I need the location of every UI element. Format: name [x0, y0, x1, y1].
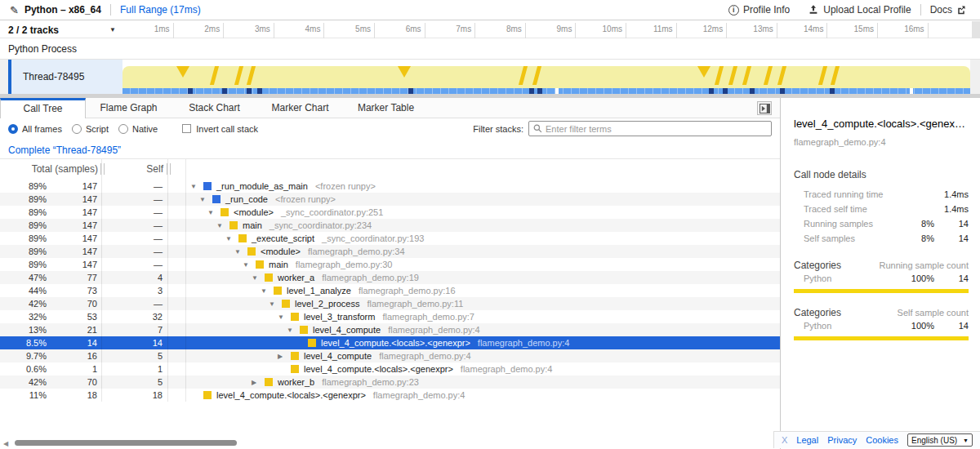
call-tree-row[interactable]: 89%147—▼<module>_sync_coordinator.py:251 — [0, 206, 780, 219]
cell-total-percent: 44% — [0, 284, 47, 297]
twisty-closed-icon[interactable]: ▶ — [278, 353, 291, 360]
scrollbar-thumb[interactable] — [15, 440, 237, 446]
twisty-open-icon[interactable]: ▼ — [225, 235, 238, 242]
tab-marker-chart[interactable]: Marker Chart — [257, 98, 343, 118]
function-location: flamegraph_demo.py:4 — [388, 325, 480, 335]
call-tree-row[interactable]: 9.7%165▶level_4_computeflamegraph_demo.p… — [0, 349, 780, 362]
column-resize-handle[interactable] — [104, 163, 105, 175]
sidebar-category-block: CategoriesRunning sample countPython100%… — [794, 260, 969, 293]
upload-profile-button[interactable]: Upload Local Profile — [808, 4, 911, 16]
invert-call-stack-label[interactable]: Invert call stack — [196, 124, 258, 134]
call-tree-row[interactable]: 89%147—▼_run_code<frozen runpy> — [0, 193, 780, 206]
ruler-tick-line — [173, 23, 174, 38]
footer-link-legal[interactable]: Legal — [796, 435, 818, 445]
call-tree-row[interactable]: 89%147—▼_run_module_as_main<frozen runpy… — [0, 180, 780, 193]
call-tree-row[interactable]: 42%70—▼level_2_processflamegraph_demo.py… — [0, 297, 780, 310]
function-name: level_4_compute — [313, 325, 381, 335]
column-divider — [185, 159, 186, 402]
profile-info-button[interactable]: i Profile Info — [728, 4, 790, 16]
docs-link[interactable]: Docs — [930, 4, 970, 16]
category-yellow-icon — [247, 247, 256, 256]
column-resize-handle[interactable] — [170, 163, 171, 175]
language-select[interactable]: English (US) ▼ — [907, 433, 973, 447]
radio-native[interactable] — [118, 124, 128, 134]
column-header-self[interactable]: Self — [106, 159, 163, 179]
sidebar-toggle-button[interactable] — [757, 101, 772, 115]
function-name: level_4_compute.<locals>.<genexpr> — [216, 390, 366, 400]
twisty-open-icon[interactable]: ▼ — [243, 261, 256, 269]
thread-activity-track[interactable] — [122, 60, 970, 94]
call-tree-row[interactable]: 11%1818level_4_compute.<locals>.<genexpr… — [0, 389, 780, 402]
footer-hide-button[interactable]: X — [782, 435, 787, 445]
footer-link-cookies[interactable]: Cookies — [866, 435, 898, 445]
twisty-open-icon[interactable]: ▼ — [278, 313, 291, 321]
scroll-left-arrow-icon[interactable]: ◀ — [3, 440, 8, 447]
call-tree-row[interactable]: 89%147—▼_execute_script_sync_coordinator… — [0, 232, 780, 245]
category-value: 14 — [934, 321, 969, 331]
twisty-closed-icon[interactable]: ▶ — [252, 379, 265, 386]
process-track-header[interactable]: Python Process — [0, 38, 980, 60]
invert-call-stack-checkbox[interactable] — [182, 124, 191, 133]
cell-total-samples: 16 — [49, 349, 97, 362]
cell-self-samples: 14 — [106, 336, 163, 349]
twisty-open-icon[interactable]: ▼ — [287, 327, 300, 334]
search-icon — [533, 124, 542, 133]
ruler-tick-label: 16ms — [880, 24, 924, 33]
call-tree-row[interactable]: 13%217▼level_4_computeflamegraph_demo.py… — [0, 323, 780, 336]
radio-script[interactable] — [72, 124, 82, 134]
twisty-open-icon[interactable]: ▼ — [207, 209, 220, 216]
twisty-open-icon[interactable]: ▼ — [199, 196, 212, 203]
call-tree-row[interactable]: 89%147—▼main_sync_coordinator.py:234 — [0, 219, 780, 232]
function-location: flamegraph_demo.py:23 — [322, 377, 419, 387]
column-header-total[interactable]: Total (samples) — [0, 159, 98, 179]
sidebar-categories: CategoriesRunning sample countPython100%… — [794, 260, 969, 340]
cell-self-samples: 7 — [106, 323, 163, 336]
thread-label[interactable]: Thread-78495 — [11, 60, 122, 94]
tab-flame-graph[interactable]: Flame Graph — [86, 98, 172, 118]
edit-pencil-icon[interactable]: ✎ — [10, 4, 19, 16]
function-location: flamegraph_demo.py:7 — [382, 312, 474, 322]
radio-all-frames[interactable] — [8, 124, 18, 134]
breadcrumb[interactable]: Complete “Thread-78495” — [8, 144, 121, 156]
twisty-open-icon[interactable]: ▼ — [216, 222, 229, 229]
twisty-open-icon[interactable]: ▼ — [269, 300, 282, 308]
tab-stack-chart[interactable]: Stack Chart — [172, 98, 257, 118]
ruler-tick-label: 1ms — [126, 24, 170, 33]
call-tree-row[interactable]: 0.6%11level_4_compute.<locals>.<genexpr>… — [0, 362, 780, 376]
ruler-tick-label: 8ms — [478, 24, 522, 33]
tree-cell: level_4_compute.<locals>.<genexpr>flameg… — [295, 336, 569, 349]
cell-total-percent: 32% — [0, 310, 47, 323]
panel-tabs: Call TreeFlame GraphStack ChartMarker Ch… — [0, 98, 780, 118]
call-tree-row[interactable]: 47%774▼worker_aflamegraph_demo.py:19 — [0, 271, 780, 284]
filter-stacks-input[interactable] — [546, 124, 767, 134]
radio-label[interactable]: Native — [132, 124, 158, 134]
horizontal-scrollbar[interactable]: ◀ — [0, 437, 768, 449]
divider — [110, 4, 111, 16]
detail-label: Self samples — [794, 233, 903, 243]
twisty-open-icon[interactable]: ▼ — [261, 287, 274, 295]
tab-call-tree[interactable]: Call Tree — [0, 98, 86, 118]
call-tree-row[interactable]: 32%5332▼level_3_transformflamegraph_demo… — [0, 310, 780, 323]
tab-marker-table[interactable]: Marker Table — [343, 98, 429, 118]
footer: X LegalPrivacyCookies English (US) ▼ — [773, 431, 980, 448]
ruler-tick-line — [928, 23, 929, 38]
category-yellow-icon — [308, 339, 316, 347]
twisty-open-icon[interactable]: ▼ — [234, 248, 247, 256]
cell-total-samples: 147 — [49, 206, 97, 219]
call-tree-row[interactable]: 44%733▼level_1_analyzeflamegraph_demo.py… — [0, 284, 780, 297]
twisty-open-icon[interactable]: ▼ — [190, 183, 203, 190]
function-name: main — [243, 220, 262, 230]
call-tree-row[interactable]: 89%147—▼<module>flamegraph_demo.py:34 — [0, 245, 780, 258]
call-tree-row[interactable]: 42%705▶worker_bflamegraph_demo.py:23 — [0, 376, 780, 389]
full-range-link[interactable]: Full Range (17ms) — [120, 4, 201, 16]
tracks-dropdown[interactable]: 2 / 2 tracks ▼ — [0, 21, 122, 38]
call-tree-row[interactable]: 89%147—▼mainflamegraph_demo.py:30 — [0, 258, 780, 271]
call-tree-row[interactable]: 8.5%1414level_4_compute.<locals>.<genexp… — [0, 336, 780, 349]
function-location: _sync_coordinator.py:234 — [270, 220, 372, 230]
radio-label[interactable]: Script — [86, 124, 109, 134]
footer-link-privacy[interactable]: Privacy — [827, 435, 857, 445]
twisty-open-icon[interactable]: ▼ — [252, 274, 265, 282]
call-tree-header: Total (samples) Self — [0, 159, 780, 179]
radio-label[interactable]: All frames — [22, 124, 62, 134]
cell-total-samples: 147 — [49, 219, 97, 232]
